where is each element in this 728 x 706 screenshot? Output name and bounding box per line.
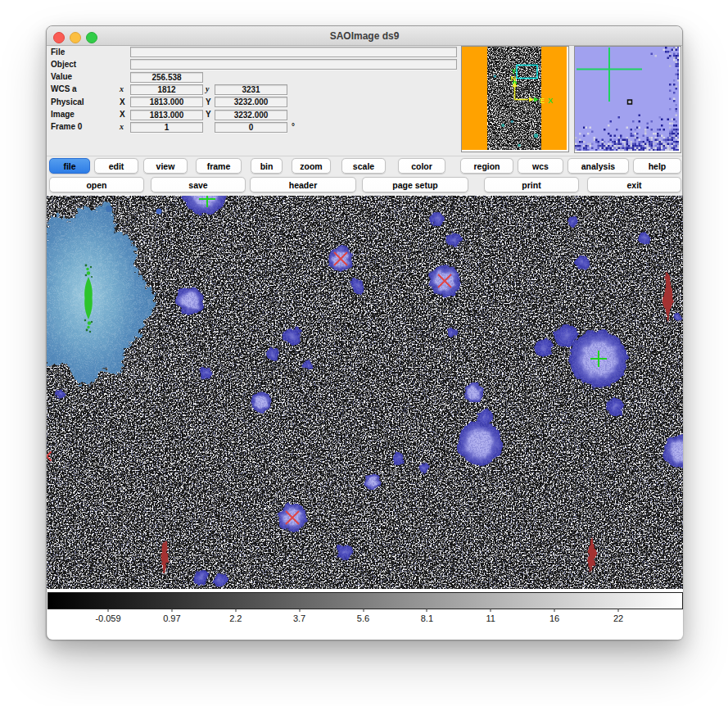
svg-text:N: N <box>511 75 517 83</box>
svg-text:X: X <box>548 97 553 105</box>
svg-text:E: E <box>540 97 545 105</box>
